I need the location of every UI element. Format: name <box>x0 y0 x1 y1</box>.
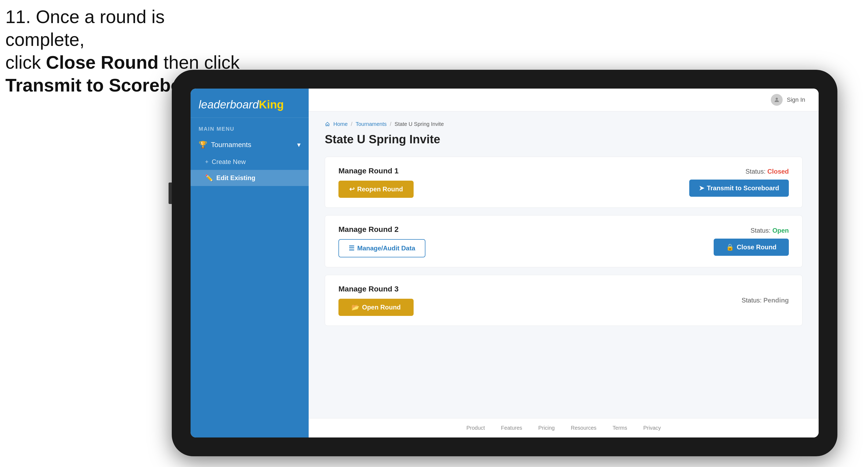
trophy-icon: 🏆 <box>198 141 207 149</box>
plus-icon: + <box>205 158 209 165</box>
audit-icon: ☰ <box>349 245 354 252</box>
home-icon <box>325 122 330 127</box>
instruction-line1: 11. Once a round is complete, <box>5 5 242 51</box>
tournaments-label: Tournaments <box>211 141 251 149</box>
breadcrumb: Home / Tournaments / State U Spring Invi… <box>325 121 803 127</box>
breadcrumb-tournaments[interactable]: Tournaments <box>355 121 387 127</box>
create-new-label: Create New <box>212 158 246 165</box>
round-1-title: Manage Round 1 <box>338 167 413 175</box>
breadcrumb-current: State U Spring Invite <box>395 121 444 127</box>
breadcrumb-home[interactable]: Home <box>333 121 348 127</box>
chevron-down-icon: ▾ <box>297 141 301 149</box>
round-3-card: Manage Round 3 📂 Open Round Status: Pend… <box>325 275 803 326</box>
sidebar-main-menu: MAIN MENU 🏆 Tournaments ▾ + Create New <box>191 118 309 191</box>
sidebar-sub-item-edit-existing[interactable]: ✏️ Edit Existing <box>191 170 309 186</box>
svg-point-4 <box>776 98 778 100</box>
edit-icon: ✏️ <box>205 174 213 182</box>
open-round-button[interactable]: 📂 Open Round <box>338 299 413 316</box>
lock-icon: 🔒 <box>726 243 734 251</box>
close-round-label: Close Round <box>737 243 776 251</box>
tablet-side-button <box>168 183 172 204</box>
edit-existing-label: Edit Existing <box>216 174 255 182</box>
round-2-status: Status: Open <box>750 227 789 234</box>
reopen-round-label: Reopen Round <box>357 185 403 193</box>
manage-audit-data-button[interactable]: ☰ Manage/Audit Data <box>338 239 426 257</box>
sidebar-item-tournaments[interactable]: 🏆 Tournaments ▾ <box>191 136 309 154</box>
footer-privacy[interactable]: Privacy <box>643 425 661 431</box>
round-1-status: Status: Closed <box>746 168 789 175</box>
footer-resources[interactable]: Resources <box>571 425 597 431</box>
sidebar: leaderboardKing MAIN MENU 🏆 Tournaments … <box>191 89 309 437</box>
footer-terms[interactable]: Terms <box>613 425 627 431</box>
main-menu-label: MAIN MENU <box>191 123 309 136</box>
round-1-card: Manage Round 1 ↩ Reopen Round Status: Cl… <box>325 157 803 208</box>
round-2-title: Manage Round 2 <box>338 225 426 234</box>
main-content: Sign In Home / Tournaments / State U Spr… <box>309 89 818 437</box>
open-round-label: Open Round <box>362 304 401 311</box>
reopen-icon: ↩ <box>349 185 354 193</box>
sign-in-area[interactable]: Sign In <box>771 94 805 106</box>
reopen-round-button[interactable]: ↩ Reopen Round <box>338 181 413 198</box>
round-2-status-value: Open <box>772 227 789 234</box>
app-layout: leaderboardKing MAIN MENU 🏆 Tournaments … <box>191 89 818 437</box>
footer-pricing[interactable]: Pricing <box>538 425 555 431</box>
round-3-status-value: Pending <box>763 297 789 304</box>
footer-product[interactable]: Product <box>466 425 485 431</box>
footer-features[interactable]: Features <box>501 425 522 431</box>
page-content: Home / Tournaments / State U Spring Invi… <box>309 112 818 418</box>
footer: Product Features Pricing Resources Terms… <box>309 418 818 437</box>
sidebar-logo: leaderboardKing <box>191 89 309 118</box>
round-2-card: Manage Round 2 ☰ Manage/Audit Data Statu… <box>325 215 803 267</box>
sidebar-sub-item-create-new[interactable]: + Create New <box>191 154 309 170</box>
sign-in-label: Sign In <box>787 96 805 103</box>
logo-king: King <box>259 98 284 111</box>
open-icon: 📂 <box>351 304 360 311</box>
tablet-frame: leaderboardKing MAIN MENU 🏆 Tournaments … <box>172 70 837 456</box>
round-1-status-value: Closed <box>767 168 789 175</box>
close-round-button[interactable]: 🔒 Close Round <box>714 239 789 256</box>
transmit-label: Transmit to Scoreboard <box>707 184 779 192</box>
round-3-status: Status: Pending <box>742 297 789 304</box>
logo-leaderboard: leaderboard <box>198 98 259 111</box>
page-title: State U Spring Invite <box>325 132 803 146</box>
round-3-title: Manage Round 3 <box>338 285 413 293</box>
manage-audit-label: Manage/Audit Data <box>357 245 415 252</box>
avatar <box>771 94 783 106</box>
transmit-to-scoreboard-button[interactable]: ➤ Transmit to Scoreboard <box>689 180 789 197</box>
transmit-icon: ➤ <box>699 184 704 192</box>
topbar: Sign In <box>309 89 818 112</box>
app-logo: leaderboardKing <box>198 98 301 111</box>
tablet-screen: leaderboardKing MAIN MENU 🏆 Tournaments … <box>191 89 818 437</box>
